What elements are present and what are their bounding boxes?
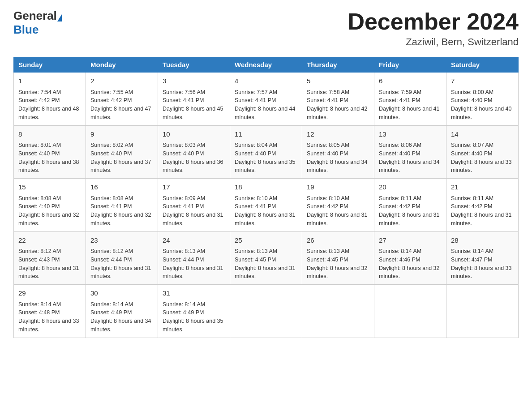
day-cell: 22Sunrise: 8:12 AMSunset: 4:43 PMDayligh…: [14, 231, 86, 285]
day-cell: 14Sunrise: 8:07 AMSunset: 4:40 PMDayligh…: [446, 125, 519, 179]
day-number: 2: [90, 76, 153, 86]
day-cell: 25Sunrise: 8:13 AMSunset: 4:45 PMDayligh…: [230, 231, 302, 285]
day-number: 22: [18, 235, 81, 246]
header-sunday: Sunday: [14, 57, 86, 73]
day-cell: 7Sunrise: 8:00 AMSunset: 4:40 PMDaylight…: [446, 73, 519, 126]
day-number: 31: [163, 288, 225, 299]
day-cell: 28Sunrise: 8:14 AMSunset: 4:47 PMDayligh…: [446, 231, 519, 285]
day-number: 20: [379, 182, 442, 193]
day-cell: 6Sunrise: 7:59 AMSunset: 4:41 PMDaylight…: [374, 73, 446, 126]
day-info: Sunrise: 8:00 AMSunset: 4:40 PMDaylight:…: [451, 88, 514, 122]
day-info: Sunrise: 7:56 AMSunset: 4:41 PMDaylight:…: [163, 88, 225, 122]
day-number: 28: [451, 235, 514, 246]
day-cell: 13Sunrise: 8:06 AMSunset: 4:40 PMDayligh…: [374, 125, 446, 179]
day-cell: [374, 285, 446, 338]
day-cell: 12Sunrise: 8:05 AMSunset: 4:40 PMDayligh…: [302, 125, 374, 179]
day-cell: 15Sunrise: 8:08 AMSunset: 4:40 PMDayligh…: [14, 179, 86, 232]
week-row-5: 29Sunrise: 8:14 AMSunset: 4:48 PMDayligh…: [14, 285, 519, 338]
day-info: Sunrise: 8:12 AMSunset: 4:43 PMDaylight:…: [18, 247, 81, 281]
day-cell: 10Sunrise: 8:03 AMSunset: 4:40 PMDayligh…: [158, 125, 230, 179]
header-tuesday: Tuesday: [158, 57, 230, 73]
day-number: 25: [235, 235, 297, 246]
day-number: 30: [90, 288, 153, 299]
day-cell: 26Sunrise: 8:13 AMSunset: 4:45 PMDayligh…: [302, 231, 374, 285]
calendar-header-row: SundayMondayTuesdayWednesdayThursdayFrid…: [14, 57, 519, 73]
day-info: Sunrise: 8:01 AMSunset: 4:40 PMDaylight:…: [18, 141, 81, 175]
day-info: Sunrise: 8:14 AMSunset: 4:49 PMDaylight:…: [163, 300, 225, 334]
day-cell: 11Sunrise: 8:04 AMSunset: 4:40 PMDayligh…: [230, 125, 302, 179]
day-cell: 27Sunrise: 8:14 AMSunset: 4:46 PMDayligh…: [374, 231, 446, 285]
day-number: 11: [235, 129, 297, 140]
day-number: 26: [307, 235, 369, 246]
day-number: 19: [307, 182, 369, 193]
day-info: Sunrise: 8:14 AMSunset: 4:48 PMDaylight:…: [18, 300, 81, 334]
week-row-2: 8Sunrise: 8:01 AMSunset: 4:40 PMDaylight…: [14, 125, 519, 179]
logo-general: General: [13, 9, 57, 22]
day-info: Sunrise: 7:57 AMSunset: 4:41 PMDaylight:…: [235, 88, 297, 122]
day-cell: 17Sunrise: 8:09 AMSunset: 4:41 PMDayligh…: [158, 179, 230, 232]
day-number: 24: [163, 235, 225, 246]
day-cell: 16Sunrise: 8:08 AMSunset: 4:41 PMDayligh…: [86, 179, 158, 232]
day-info: Sunrise: 8:08 AMSunset: 4:40 PMDaylight:…: [18, 194, 81, 228]
week-row-1: 1Sunrise: 7:54 AMSunset: 4:42 PMDaylight…: [14, 73, 519, 126]
header-friday: Friday: [374, 57, 446, 73]
day-info: Sunrise: 8:05 AMSunset: 4:40 PMDaylight:…: [307, 141, 369, 175]
logo-text: General Blue: [13, 9, 63, 37]
day-number: 12: [307, 129, 369, 140]
day-cell: 24Sunrise: 8:13 AMSunset: 4:44 PMDayligh…: [158, 231, 230, 285]
day-cell: 2Sunrise: 7:55 AMSunset: 4:42 PMDaylight…: [86, 73, 158, 126]
header-thursday: Thursday: [302, 57, 374, 73]
day-number: 7: [451, 76, 514, 86]
logo: General Blue: [13, 9, 63, 37]
day-number: 18: [235, 182, 297, 193]
day-number: 9: [90, 129, 153, 140]
day-info: Sunrise: 8:13 AMSunset: 4:45 PMDaylight:…: [307, 247, 369, 281]
day-info: Sunrise: 8:10 AMSunset: 4:42 PMDaylight:…: [307, 194, 369, 228]
day-number: 27: [379, 235, 442, 246]
day-number: 5: [307, 76, 369, 86]
day-cell: 3Sunrise: 7:56 AMSunset: 4:41 PMDaylight…: [158, 73, 230, 126]
day-number: 6: [379, 76, 442, 86]
day-cell: 1Sunrise: 7:54 AMSunset: 4:42 PMDaylight…: [14, 73, 86, 126]
day-info: Sunrise: 8:02 AMSunset: 4:40 PMDaylight:…: [90, 141, 153, 175]
day-info: Sunrise: 8:14 AMSunset: 4:47 PMDaylight:…: [451, 247, 514, 281]
day-number: 17: [163, 182, 225, 193]
day-cell: 4Sunrise: 7:57 AMSunset: 4:41 PMDaylight…: [230, 73, 302, 126]
location: Zaziwil, Bern, Switzerland: [348, 36, 519, 48]
day-cell: 5Sunrise: 7:58 AMSunset: 4:41 PMDaylight…: [302, 73, 374, 126]
day-info: Sunrise: 8:09 AMSunset: 4:41 PMDaylight:…: [163, 194, 225, 228]
day-info: Sunrise: 8:13 AMSunset: 4:45 PMDaylight:…: [235, 247, 297, 281]
day-number: 14: [451, 129, 514, 140]
day-info: Sunrise: 8:13 AMSunset: 4:44 PMDaylight:…: [163, 247, 225, 281]
day-cell: 19Sunrise: 8:10 AMSunset: 4:42 PMDayligh…: [302, 179, 374, 232]
day-info: Sunrise: 8:14 AMSunset: 4:46 PMDaylight:…: [379, 247, 442, 281]
day-info: Sunrise: 8:10 AMSunset: 4:41 PMDaylight:…: [235, 194, 297, 228]
day-number: 15: [18, 182, 81, 193]
day-info: Sunrise: 8:07 AMSunset: 4:40 PMDaylight:…: [451, 141, 514, 175]
day-info: Sunrise: 7:58 AMSunset: 4:41 PMDaylight:…: [307, 88, 369, 122]
day-cell: 31Sunrise: 8:14 AMSunset: 4:49 PMDayligh…: [158, 285, 230, 338]
day-number: 13: [379, 129, 442, 140]
day-info: Sunrise: 8:04 AMSunset: 4:40 PMDaylight:…: [235, 141, 297, 175]
day-number: 29: [18, 288, 81, 299]
day-info: Sunrise: 7:55 AMSunset: 4:42 PMDaylight:…: [90, 88, 153, 122]
day-cell: 30Sunrise: 8:14 AMSunset: 4:49 PMDayligh…: [86, 285, 158, 338]
day-number: 3: [163, 76, 225, 86]
day-number: 23: [90, 235, 153, 246]
day-number: 8: [18, 129, 81, 140]
day-info: Sunrise: 7:54 AMSunset: 4:42 PMDaylight:…: [18, 88, 81, 122]
logo-blue: Blue: [13, 23, 39, 36]
page-header: General Blue December 2024 Zaziwil, Bern…: [13, 9, 519, 48]
day-cell: 29Sunrise: 8:14 AMSunset: 4:48 PMDayligh…: [14, 285, 86, 338]
title-block: December 2024 Zaziwil, Bern, Switzerland: [348, 9, 519, 48]
day-cell: 9Sunrise: 8:02 AMSunset: 4:40 PMDaylight…: [86, 125, 158, 179]
month-title: December 2024: [348, 9, 519, 34]
header-wednesday: Wednesday: [230, 57, 302, 73]
day-cell: 8Sunrise: 8:01 AMSunset: 4:40 PMDaylight…: [14, 125, 86, 179]
day-info: Sunrise: 8:11 AMSunset: 4:42 PMDaylight:…: [379, 194, 442, 228]
day-info: Sunrise: 8:08 AMSunset: 4:41 PMDaylight:…: [90, 194, 153, 228]
day-number: 16: [90, 182, 153, 193]
header-monday: Monday: [86, 57, 158, 73]
day-info: Sunrise: 8:06 AMSunset: 4:40 PMDaylight:…: [379, 141, 442, 175]
calendar-table: SundayMondayTuesdayWednesdayThursdayFrid…: [13, 57, 519, 338]
